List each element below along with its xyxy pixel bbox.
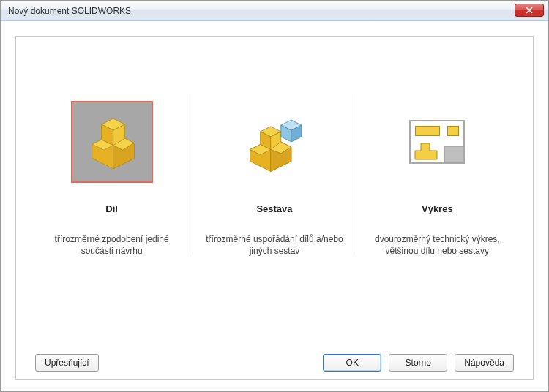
template-panel: Díl třírozměrné zpodobení jediné součást… bbox=[15, 36, 534, 380]
option-drawing[interactable]: Výkres dvourozměrný technický výkres, vě… bbox=[356, 101, 518, 339]
part-icon-box bbox=[71, 101, 153, 183]
titlebar: Nový dokument SOLIDWORKS bbox=[1, 1, 548, 21]
window-title: Nový dokument SOLIDWORKS bbox=[8, 6, 131, 16]
close-icon bbox=[526, 7, 533, 14]
option-drawing-desc: dvourozměrný technický výkres, většinou … bbox=[365, 233, 509, 257]
assembly-icon bbox=[242, 110, 307, 174]
option-part-desc: třírozměrné zpodobení jediné součásti ná… bbox=[40, 233, 184, 257]
option-assembly[interactable]: Sestava třírozměrné uspořádání dílů a/ne… bbox=[193, 101, 355, 339]
button-row: Upřesňující OK Storno Nápověda bbox=[31, 339, 518, 379]
option-assembly-desc: třírozměrné uspořádání dílů a/nebo jinýc… bbox=[202, 233, 346, 257]
assembly-icon-box bbox=[234, 101, 315, 183]
advanced-button[interactable]: Upřesňující bbox=[35, 354, 99, 372]
help-button[interactable]: Nápověda bbox=[455, 354, 514, 372]
drawing-icon bbox=[409, 120, 465, 164]
dialog-window: Nový dokument SOLIDWORKS bbox=[0, 0, 549, 392]
option-part[interactable]: Díl třírozměrné zpodobení jediné součást… bbox=[31, 101, 193, 339]
option-drawing-title: Výkres bbox=[422, 203, 453, 214]
part-icon bbox=[83, 113, 141, 171]
cancel-button[interactable]: Storno bbox=[389, 354, 447, 372]
drawing-icon-box bbox=[396, 101, 478, 183]
option-part-title: Díl bbox=[105, 203, 118, 214]
close-button[interactable] bbox=[515, 4, 544, 17]
option-assembly-title: Sestava bbox=[256, 203, 292, 214]
ok-button[interactable]: OK bbox=[323, 354, 381, 372]
svg-marker-17 bbox=[415, 143, 437, 159]
template-options-row: Díl třírozměrné zpodobení jediné součást… bbox=[31, 101, 518, 339]
dialog-content: Díl třírozměrné zpodobení jediné součást… bbox=[1, 21, 548, 391]
